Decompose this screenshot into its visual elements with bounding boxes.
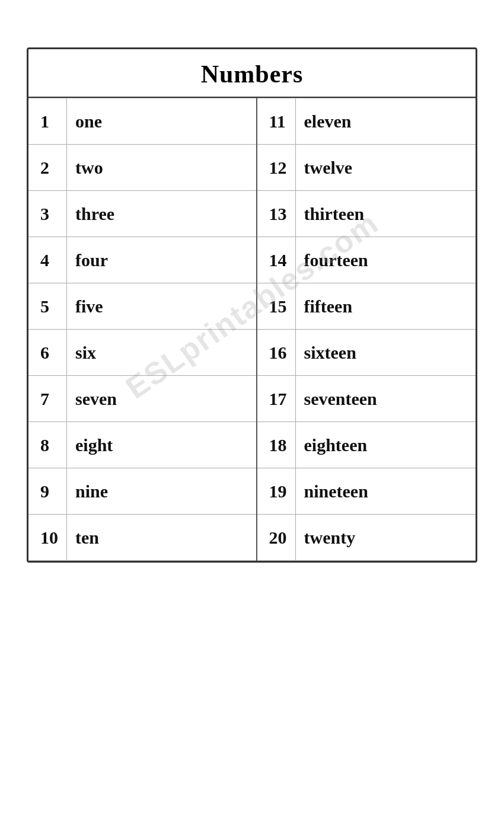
number-left: 7 — [28, 376, 67, 422]
table-row: 4four14fourteen — [28, 237, 476, 283]
number-left: 5 — [28, 283, 67, 330]
number-right: 12 — [257, 145, 296, 191]
number-right: 18 — [257, 422, 296, 468]
word-right: eleven — [295, 98, 476, 145]
word-left: three — [67, 191, 257, 237]
number-left: 6 — [28, 330, 67, 376]
word-right: sixteen — [295, 330, 476, 376]
word-left: eight — [67, 422, 257, 468]
table-row: 7seven17seventeen — [28, 376, 476, 422]
table-row: 8eight18eighteen — [28, 422, 476, 468]
numbers-card: Numbers ESLprintables.com 1one11eleven2t… — [27, 47, 477, 563]
number-right: 17 — [257, 376, 296, 422]
word-right: fourteen — [295, 237, 476, 283]
number-right: 19 — [257, 468, 296, 515]
number-right: 20 — [257, 515, 296, 561]
number-left: 9 — [28, 468, 67, 515]
word-right: eighteen — [295, 422, 476, 468]
table-row: 6six16sixteen — [28, 330, 476, 376]
table-row: 3three13thirteen — [28, 191, 476, 237]
number-left: 4 — [28, 237, 67, 283]
table-row: 9nine19nineteen — [28, 468, 476, 515]
word-right: fifteen — [295, 283, 476, 330]
word-right: thirteen — [295, 191, 476, 237]
word-right: seventeen — [295, 376, 476, 422]
number-left: 3 — [28, 191, 67, 237]
word-left: nine — [67, 468, 257, 515]
table-row: 5five15fifteen — [28, 283, 476, 330]
word-left: one — [67, 98, 257, 145]
word-right: twelve — [295, 145, 476, 191]
number-right: 15 — [257, 283, 296, 330]
number-left: 10 — [28, 515, 67, 561]
number-left: 1 — [28, 98, 67, 145]
card-title: Numbers — [28, 49, 476, 98]
word-right: nineteen — [295, 468, 476, 515]
number-left: 2 — [28, 145, 67, 191]
table-row: 2two12twelve — [28, 145, 476, 191]
word-left: ten — [67, 515, 257, 561]
table-row: 1one11eleven — [28, 98, 476, 145]
word-left: seven — [67, 376, 257, 422]
word-right: twenty — [295, 515, 476, 561]
word-left: six — [67, 330, 257, 376]
numbers-table: 1one11eleven2two12twelve3three13thirteen… — [28, 98, 476, 561]
word-left: five — [67, 283, 257, 330]
word-left: four — [67, 237, 257, 283]
number-right: 13 — [257, 191, 296, 237]
word-left: two — [67, 145, 257, 191]
table-row: 10ten20twenty — [28, 515, 476, 561]
number-right: 16 — [257, 330, 296, 376]
number-left: 8 — [28, 422, 67, 468]
number-right: 11 — [257, 98, 296, 145]
number-right: 14 — [257, 237, 296, 283]
